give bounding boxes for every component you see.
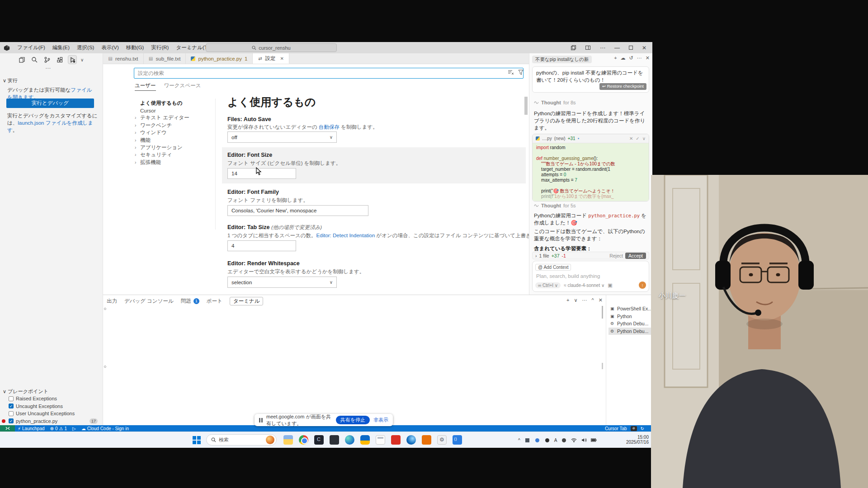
thought-row-1[interactable]: Thoughtfor 8s [534, 100, 576, 105]
taskbar-app-icon[interactable] [376, 435, 385, 445]
filter-icon[interactable] [518, 70, 524, 75]
terminal-profile-row[interactable]: Python Debu... [609, 328, 652, 335]
debug-item[interactable]: ▷ [72, 426, 76, 431]
model-selector[interactable]: ≈ claude-4-sonnet ∨ [564, 283, 604, 288]
menu-item[interactable]: ファイル(F) [14, 43, 48, 52]
stop-sharing-button[interactable]: 共有を停止 [336, 416, 370, 424]
extensions-icon[interactable] [55, 55, 64, 64]
breakpoint-checkbox[interactable] [9, 404, 14, 408]
attach-image-icon[interactable]: ▣ [608, 282, 612, 288]
taskbar-app-icon[interactable] [345, 435, 354, 445]
breakpoints-header[interactable]: ∨ ブレークポイント [0, 388, 103, 395]
chat-header-icon[interactable]: ✕ [646, 55, 650, 61]
expand-icon[interactable]: ∨ [642, 136, 646, 141]
search-icon[interactable] [30, 55, 39, 64]
breakpoint-row[interactable]: Uncaught Exceptions [0, 403, 103, 410]
toggle-panel-icon[interactable] [585, 45, 591, 51]
tab-size-input[interactable]: 4 [227, 240, 296, 251]
run-debug-icon[interactable] [68, 55, 77, 64]
speaker-icon[interactable] [581, 437, 587, 443]
tray-chevron-icon[interactable]: ^ [518, 438, 520, 443]
battery-icon[interactable] [591, 437, 597, 443]
notifications-muted-icon[interactable]: ⊘ [631, 426, 637, 431]
back-icon[interactable]: ← [186, 44, 192, 51]
mode-chip[interactable]: ∞ Ctrl+I ∨ [535, 282, 561, 288]
taskbar-app-icon[interactable] [422, 435, 431, 445]
settings-tree-item[interactable]: › ウィンドウ [129, 129, 211, 136]
run-and-debug-button[interactable]: 実行とデバッグ [6, 99, 94, 108]
create-launch-json-link[interactable]: launch.json ファイルを作成します [7, 120, 93, 133]
chat-tab[interactable]: 不要なpip installなしの新 [532, 56, 592, 63]
editor-tab[interactable]: python_practice.py 1 [186, 53, 253, 64]
chat-header-icon[interactable]: ⋯ [637, 55, 642, 61]
source-control-icon[interactable] [42, 55, 52, 64]
hide-button[interactable]: 非表示 [373, 417, 388, 423]
more-actions-icon[interactable]: ⋯ [600, 45, 605, 51]
taskbar-app-icon[interactable] [283, 435, 293, 445]
font-size-input[interactable]: 14 [227, 168, 296, 179]
editor-tab[interactable]: renshu.txt [103, 53, 144, 64]
terminal-profile-row[interactable]: Python [609, 313, 652, 320]
panel-tab[interactable]: 出力 [107, 298, 117, 305]
taskbar-app-icon[interactable] [299, 435, 308, 445]
tray-icon[interactable] [561, 437, 567, 443]
pause-share-icon[interactable] [259, 418, 263, 422]
settings-tree-item[interactable]: よく使用するもの [129, 99, 211, 107]
taskbar-app-icon[interactable] [360, 435, 370, 445]
tab-workspace[interactable]: ワークスペース [164, 82, 201, 91]
panel-action-icon[interactable]: + [566, 297, 569, 303]
editor-tab[interactable]: 設定 ✕ [253, 53, 289, 64]
tray-icon[interactable] [534, 437, 540, 443]
panel-action-icon[interactable]: ∨ [574, 297, 578, 303]
render-whitespace-select[interactable]: selection∨ [227, 277, 337, 288]
launchpad-item[interactable]: ⚡ Launchpad [18, 426, 45, 431]
breakpoint-checkbox[interactable] [9, 411, 14, 416]
editor-tab[interactable]: sub_file.txt [144, 53, 186, 64]
ime-indicator[interactable]: A [554, 438, 557, 443]
accept-button[interactable]: Accept [625, 253, 646, 259]
panel-tab[interactable]: ポート [207, 298, 222, 305]
font-family-input[interactable]: Consolas, 'Courier New', monospace [227, 205, 368, 216]
breakpoint-checkbox[interactable] [9, 418, 14, 423]
settings-tree-item[interactable]: Cursor [129, 107, 211, 114]
cursor-tab-item[interactable]: Cursor Tab [605, 426, 627, 431]
settings-scrollbar[interactable] [524, 97, 528, 115]
settings-search-input[interactable] [134, 68, 524, 79]
settings-tree-item[interactable]: › 機能 [129, 136, 211, 144]
restore-checkpoint-button[interactable]: ↩ Restore checkpoint [599, 83, 646, 90]
taskbar-app-icon[interactable] [437, 435, 447, 445]
terminal-profile-row[interactable]: Python Debu... [609, 320, 652, 328]
chevron-down-icon[interactable]: ∨ [80, 57, 84, 62]
panel-action-icon[interactable]: ^ [592, 297, 594, 303]
forward-icon[interactable]: → [197, 44, 203, 51]
auto-save-select[interactable]: off∨ [227, 131, 337, 143]
taskbar-clock[interactable]: 15:00 2025/07/16 [626, 435, 649, 445]
code-block-body[interactable]: import randomdef number_guessing_game():… [533, 143, 649, 201]
settings-tree-item[interactable]: › 拡張機能 [129, 159, 211, 166]
detect-indentation-link[interactable]: Editor: Detect Indentation [316, 233, 375, 238]
terminal-profile-row[interactable]: PowerShell Ex... [609, 305, 652, 313]
panel-tab[interactable]: 問題 1 [181, 298, 199, 305]
taskbar-app-icon[interactable] [406, 435, 416, 445]
start-button[interactable] [193, 436, 201, 444]
tray-icon[interactable] [544, 437, 550, 443]
menu-item[interactable]: 編集(E) [50, 43, 72, 52]
breakpoint-row[interactable]: python_practice.py 17 [0, 418, 103, 425]
panel-tab[interactable]: ターミナル [230, 297, 264, 305]
taskbar-app-icon[interactable] [453, 435, 462, 445]
panel-tab[interactable]: デバッグ コンソール [124, 298, 174, 305]
tab-user[interactable]: ユーザー [135, 82, 156, 91]
panel-action-icon[interactable]: ✕ [599, 297, 603, 303]
tray-icon[interactable] [524, 437, 530, 443]
cloud-code-item[interactable]: ☁ Cloud Code - Sign in [81, 426, 129, 431]
close-icon[interactable]: ✕ [642, 45, 646, 51]
breakpoint-row[interactable]: Raised Exceptions [0, 395, 103, 403]
customize-layout-icon[interactable] [570, 45, 576, 51]
refresh-icon[interactable]: ↻ [641, 426, 644, 431]
chat-header-icon[interactable]: + [614, 55, 617, 61]
menu-item[interactable]: 実行(R) [148, 43, 171, 52]
minimize-icon[interactable]: — [614, 45, 620, 51]
settings-tree-item[interactable]: › セキュリティ [129, 151, 211, 159]
tab-close-icon[interactable]: ✕ [280, 56, 283, 61]
problems-item[interactable]: ⊗ 0 ⚠ 1 [50, 426, 67, 431]
